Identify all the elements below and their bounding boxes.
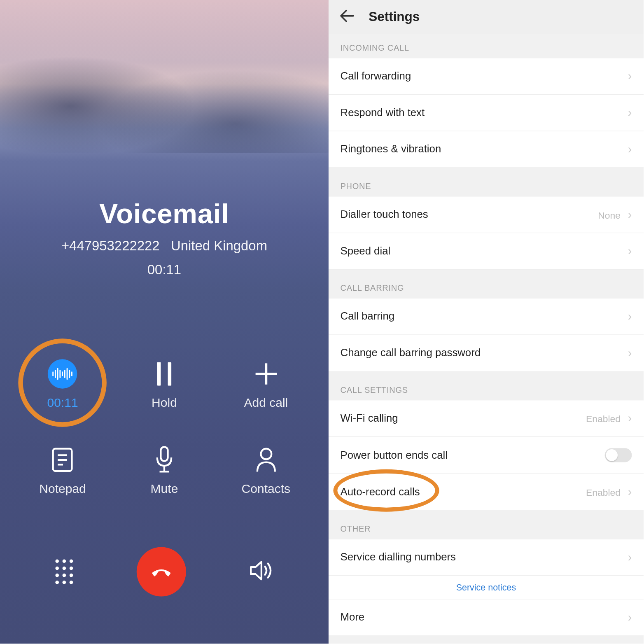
- item-change-call-barring-password[interactable]: Change call barring password ›: [329, 335, 644, 372]
- item-call-barring[interactable]: Call barring ›: [329, 299, 644, 335]
- back-button[interactable]: [339, 8, 355, 26]
- item-service-dialling-numbers[interactable]: Service dialling numbers ›: [329, 539, 644, 576]
- item-label: Service dialling numbers: [341, 551, 456, 563]
- settings-title: Settings: [369, 9, 420, 25]
- section-other: OTHER: [329, 515, 644, 539]
- toggle-switch[interactable]: [605, 448, 632, 462]
- chevron-right-icon: ›: [628, 485, 632, 498]
- item-label: Auto-record calls: [341, 486, 420, 498]
- item-call-forwarding[interactable]: Call forwarding ›: [329, 58, 644, 95]
- hold-button[interactable]: Hold: [113, 359, 215, 410]
- chevron-right-icon: ›: [628, 208, 632, 221]
- contacts-button[interactable]: Contacts: [215, 445, 317, 496]
- mute-button[interactable]: Mute: [113, 445, 215, 496]
- item-label: Wi-Fi calling: [341, 412, 398, 425]
- section-call-settings: CALL SETTINGS: [329, 376, 644, 401]
- call-screen: Voicemail +447953222222 United Kingdom 0…: [0, 0, 329, 644]
- call-bottom-row: [0, 547, 329, 596]
- call-number-region: +447953222222 United Kingdom: [0, 238, 329, 254]
- svg-point-11: [261, 449, 271, 460]
- chevron-right-icon: ›: [628, 106, 632, 119]
- chevron-right-icon: ›: [628, 551, 632, 564]
- svg-rect-1: [168, 362, 172, 385]
- item-auto-record-calls[interactable]: Auto-record calls Enabled ›: [329, 474, 644, 511]
- hold-label: Hold: [152, 396, 177, 410]
- item-respond-with-text[interactable]: Respond with text ›: [329, 95, 644, 131]
- speaker-icon: [250, 560, 273, 581]
- item-label: Dialler touch tones: [341, 208, 428, 221]
- microphone-icon: [149, 445, 179, 475]
- speaker-button[interactable]: [250, 560, 273, 583]
- item-label: Speed dial: [341, 245, 391, 257]
- item-label: Power button ends call: [341, 449, 448, 461]
- section-phone: PHONE: [329, 173, 644, 197]
- dialpad-icon: [55, 560, 73, 584]
- call-actions-grid: 00:11 Hold Add call Notepa: [0, 359, 329, 496]
- record-button[interactable]: 00:11: [12, 359, 114, 410]
- item-dialler-touch-tones[interactable]: Dialler touch tones None ›: [329, 197, 644, 233]
- item-label: Call barring: [341, 310, 395, 323]
- record-icon: [48, 359, 77, 389]
- svg-rect-8: [161, 447, 168, 461]
- mute-label: Mute: [151, 482, 178, 496]
- plus-icon: [251, 359, 281, 389]
- notepad-label: Notepad: [39, 482, 86, 496]
- item-label: Call forwarding: [341, 70, 411, 82]
- contacts-label: Contacts: [242, 482, 291, 496]
- item-label: Ringtones & vibration: [341, 143, 441, 155]
- section-call-barring: CALL BARRING: [329, 274, 644, 299]
- item-wifi-calling[interactable]: Wi-Fi calling Enabled ›: [329, 400, 644, 437]
- chevron-right-icon: ›: [628, 244, 632, 258]
- call-region: United Kingdom: [171, 238, 267, 253]
- back-arrow-icon: [339, 8, 355, 23]
- call-duration: 00:11: [0, 262, 329, 278]
- item-label: Change call barring password: [341, 347, 481, 359]
- notepad-icon: [48, 445, 77, 475]
- item-speed-dial[interactable]: Speed dial ›: [329, 233, 644, 270]
- call-number: +447953222222: [61, 238, 160, 253]
- item-label: Respond with text: [341, 107, 425, 119]
- add-call-button[interactable]: Add call: [215, 359, 317, 410]
- item-label: More: [341, 611, 365, 623]
- settings-header: Settings: [329, 0, 644, 34]
- notepad-button[interactable]: Notepad: [12, 445, 114, 496]
- person-icon: [251, 445, 281, 475]
- record-timer: 00:11: [47, 396, 78, 410]
- add-call-label: Add call: [244, 396, 288, 410]
- item-power-button-ends-call[interactable]: Power button ends call: [329, 437, 644, 474]
- chevron-right-icon: ›: [628, 346, 632, 360]
- pause-icon: [149, 359, 179, 389]
- chevron-right-icon: ›: [628, 611, 632, 624]
- item-value: None: [598, 210, 621, 220]
- svg-rect-0: [157, 362, 161, 385]
- chevron-right-icon: ›: [628, 412, 632, 425]
- chevron-right-icon: ›: [628, 142, 632, 156]
- chevron-right-icon: ›: [628, 310, 632, 323]
- item-value: Enabled: [586, 414, 621, 424]
- section-incoming-call: INCOMING CALL: [329, 34, 644, 58]
- settings-screen: Settings INCOMING CALL Call forwarding ›…: [329, 0, 644, 644]
- chevron-right-icon: ›: [628, 70, 632, 83]
- item-more[interactable]: More ›: [329, 600, 644, 635]
- item-value: Enabled: [586, 488, 621, 497]
- dialpad-button[interactable]: [55, 560, 73, 584]
- phone-hangup-icon: [148, 559, 174, 585]
- svg-rect-3: [255, 373, 276, 375]
- call-title: Voicemail: [0, 197, 329, 230]
- service-notices-link[interactable]: Service notices: [329, 576, 644, 600]
- item-ringtones-vibration[interactable]: Ringtones & vibration ›: [329, 131, 644, 168]
- call-info: Voicemail +447953222222 United Kingdom 0…: [0, 197, 329, 278]
- end-call-button[interactable]: [137, 547, 186, 596]
